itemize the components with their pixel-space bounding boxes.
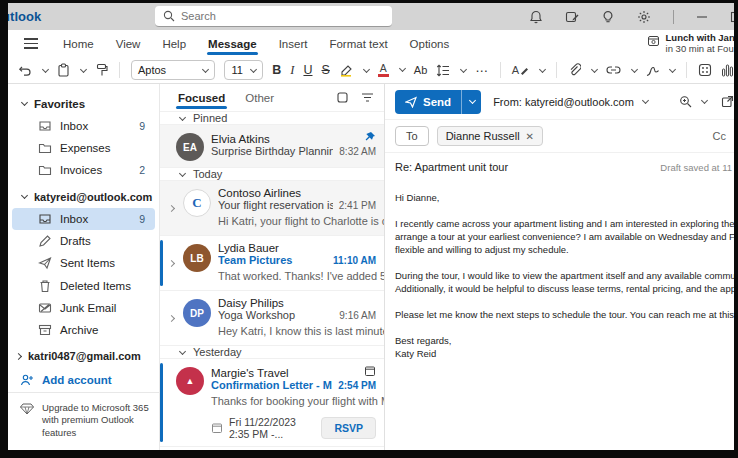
undo-dropdown-icon[interactable]: [42, 65, 49, 72]
sidebar-item-junk-email[interactable]: Junk Email: [12, 297, 155, 319]
search-bar[interactable]: [155, 6, 392, 27]
account-expand-icon: [15, 353, 22, 360]
highlight-dropdown-icon[interactable]: [363, 65, 370, 72]
favorites-section-header[interactable]: Favorites: [8, 92, 159, 115]
sidebar-item-sent-items[interactable]: Sent Items: [12, 252, 155, 274]
editor-dropdown-icon[interactable]: [539, 65, 546, 72]
zoom-icon[interactable]: [679, 95, 692, 108]
event-title: Lunch with Jane: [666, 32, 734, 43]
cc-button[interactable]: Cc: [713, 130, 726, 142]
select-messages-icon[interactable]: [336, 91, 349, 104]
undo-icon[interactable]: [18, 64, 32, 77]
remove-recipient-icon[interactable]: ✕: [526, 131, 534, 142]
insert-link-icon[interactable]: [606, 64, 621, 76]
send-button[interactable]: Send: [395, 96, 461, 108]
tab-help[interactable]: Help: [151, 32, 197, 56]
sender-name: Elvia Atkins: [211, 133, 358, 145]
tab-focused[interactable]: Focused: [176, 87, 227, 109]
pin-icon[interactable]: [364, 131, 376, 143]
paste-dropdown-icon[interactable]: [80, 65, 87, 72]
sidebar-item-drafts[interactable]: Drafts: [12, 230, 155, 252]
message-row-contoso-airlines[interactable]: C Contoso Airlines Your flight reservati…: [160, 180, 384, 235]
attach-file-icon[interactable]: [568, 63, 581, 77]
bold-button[interactable]: B: [272, 63, 281, 77]
unread-count: 9: [139, 120, 145, 132]
from-account-selector[interactable]: From: katyreid@outlook.com: [493, 96, 648, 108]
settings-gear-icon[interactable]: [637, 10, 651, 24]
link-dropdown-icon[interactable]: [631, 65, 638, 72]
message-body-editor[interactable]: Hi Dianne, I recently came across your a…: [385, 181, 734, 450]
send-split-button[interactable]: Send: [395, 90, 481, 114]
event-reminder-toast[interactable]: Lunch with Jane in 30 min at Fou: [647, 32, 734, 54]
editor-icon[interactable]: A: [512, 64, 529, 76]
paste-clipboard-icon[interactable]: [57, 63, 70, 77]
sidebar-item-invoices[interactable]: Invoices 2: [12, 159, 155, 181]
notifications-bell-icon[interactable]: [529, 10, 543, 24]
tab-options[interactable]: Options: [399, 32, 461, 56]
highlight-color-icon[interactable]: [339, 63, 353, 77]
open-in-new-window-icon[interactable]: [721, 95, 734, 108]
send-options-dropdown-icon[interactable]: [461, 90, 481, 114]
tab-format-text[interactable]: Format text: [318, 32, 398, 56]
font-family-select[interactable]: Aptos: [131, 60, 216, 80]
zoom-dropdown-icon[interactable]: [701, 97, 708, 104]
attach-dropdown-icon[interactable]: [591, 65, 598, 72]
subject-field[interactable]: Re: Apartment unit tour: [395, 161, 508, 173]
tab-message[interactable]: Message: [197, 32, 268, 56]
message-row-amanda-brady[interactable]: AB Amanda Brady Apartment Parking Spot O…: [160, 446, 384, 450]
font-color-icon[interactable]: A: [378, 63, 389, 76]
tab-home[interactable]: Home: [52, 32, 105, 56]
more-formatting-icon[interactable]: ⋯: [475, 63, 489, 78]
sidebar-item-deleted-items[interactable]: Deleted Items: [12, 274, 155, 296]
clear-formatting-icon[interactable]: Ab: [414, 64, 427, 76]
sidebar-item-expenses[interactable]: Expenses: [12, 137, 155, 159]
signature-dropdown-icon[interactable]: [669, 65, 676, 72]
expand-conversation-icon[interactable]: [166, 187, 176, 229]
primary-account-header[interactable]: katyreid@outlook.com: [8, 185, 159, 208]
premium-diamond-icon: [20, 403, 34, 417]
add-account-button[interactable]: Add account: [8, 368, 159, 392]
maximize-button[interactable]: [730, 11, 734, 23]
polls-chart-icon[interactable]: [721, 64, 734, 77]
expand-conversation-icon[interactable]: [166, 297, 176, 339]
font-family-dropdown-icon: [202, 65, 209, 72]
apps-grid-icon[interactable]: [698, 63, 712, 77]
minimize-button[interactable]: [696, 11, 708, 23]
message-row-elvia-atkins[interactable]: EA Elvia Atkins Surprise Birthday Planni…: [160, 124, 384, 167]
sidebar-item-favorites-inbox[interactable]: Inbox 9: [12, 115, 155, 137]
format-painter-icon[interactable]: [95, 63, 108, 77]
feedback-icon[interactable]: [565, 10, 579, 24]
tab-other[interactable]: Other: [243, 87, 276, 109]
recipient-pill[interactable]: Dianne Russell ✕: [437, 126, 543, 146]
message-row-daisy-philips[interactable]: DP Daisy Philips Yoga Workshop 9:16 AM H…: [160, 290, 384, 345]
filter-icon[interactable]: [361, 91, 374, 104]
line-spacing-icon[interactable]: [436, 64, 450, 77]
unread-count: 9: [139, 213, 145, 225]
sidebar-item-archive[interactable]: Archive: [12, 319, 155, 341]
rsvp-button[interactable]: RSVP: [321, 417, 376, 439]
message-row-margies-travel[interactable]: ▲ Margie's Travel Confirmation Letter - …: [160, 358, 384, 446]
hamburger-menu-icon[interactable]: [18, 38, 44, 48]
inbox-icon: [38, 212, 52, 226]
font-color-dropdown-icon[interactable]: [399, 65, 406, 72]
tab-insert[interactable]: Insert: [268, 32, 319, 56]
inbox-icon: [38, 119, 52, 133]
group-header-pinned[interactable]: Pinned: [160, 111, 384, 124]
line-spacing-dropdown-icon[interactable]: [460, 65, 467, 72]
group-header-today[interactable]: Today: [160, 167, 384, 180]
strikethrough-button[interactable]: S: [321, 63, 329, 77]
font-size-select[interactable]: 11: [224, 60, 263, 80]
secondary-account-header[interactable]: katri0487@gmail.com: [8, 345, 159, 368]
expand-conversation-icon[interactable]: [166, 242, 176, 284]
search-input[interactable]: [181, 10, 384, 22]
message-row-lydia-bauer[interactable]: LB Lydia Bauer Team Pictures 11:10 AM Th…: [160, 235, 384, 290]
to-button[interactable]: To: [395, 126, 429, 146]
upgrade-banner[interactable]: Upgrade to Microsoft 365 with premium Ou…: [8, 392, 159, 450]
tips-lightbulb-icon[interactable]: [601, 10, 615, 24]
underline-button[interactable]: U: [303, 63, 312, 77]
sidebar-item-inbox[interactable]: Inbox 9: [12, 208, 155, 230]
group-header-yesterday[interactable]: Yesterday: [160, 345, 384, 358]
italic-button[interactable]: I: [290, 63, 294, 78]
signature-icon[interactable]: [646, 64, 659, 77]
tab-view[interactable]: View: [105, 32, 152, 56]
